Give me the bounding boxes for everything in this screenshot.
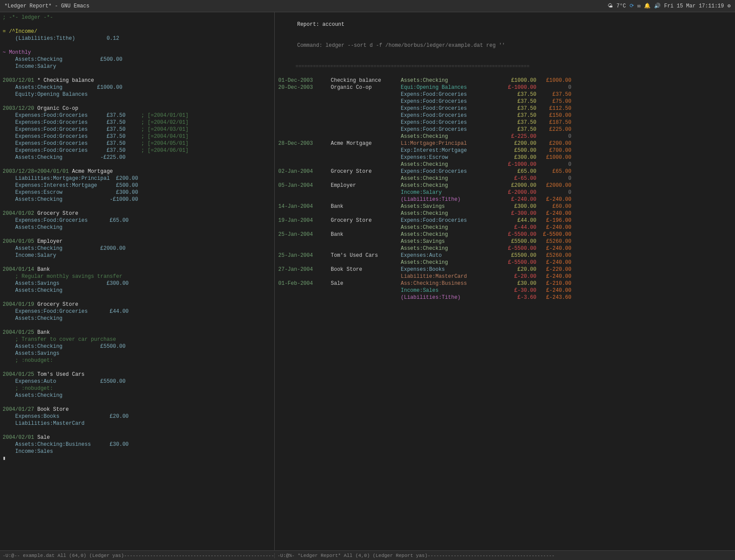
- report-date: 01-Dec-2003: [278, 77, 331, 84]
- left-pane-line: [3, 21, 272, 28]
- left-pane-line: Assets:Checking -£1000.00: [3, 196, 272, 203]
- report-account: Assets:Checking: [401, 182, 501, 189]
- report-row: 19-Jan-2004 Grocery StoreExpens:Food:Gro…: [278, 217, 732, 224]
- report-running-total: £-240.00: [536, 210, 571, 217]
- report-account: Ass:Checking:Business: [401, 280, 501, 287]
- report-date: 20-Dec-2003: [278, 84, 331, 91]
- report-date: [278, 273, 331, 280]
- left-pane-line: [3, 42, 272, 49]
- left-pane-line: Expenses:Food:Groceries £65.00: [3, 217, 272, 224]
- left-pane-line: [3, 231, 272, 238]
- report-running-total: £37.50: [536, 91, 571, 98]
- report-desc: Sale: [331, 280, 401, 287]
- left-pane-line: 2003/12/01 * Checking balance: [3, 77, 272, 84]
- report-amount: £1000.00: [501, 77, 536, 84]
- left-pane-line: 2004/01/25 Bank: [3, 329, 272, 336]
- report-running-total: £112.50: [536, 105, 571, 112]
- report-running-total: £75.00: [536, 98, 571, 105]
- report-account: Expens:Food:Groceries: [401, 126, 501, 133]
- report-running-total: £-240.00: [536, 273, 571, 280]
- left-pane-line: 2004/01/02 Grocery Store: [3, 210, 272, 217]
- left-pane-line: 2004/01/25 Tom's Used Cars: [3, 371, 272, 378]
- report-account: Assets:Savings: [401, 238, 501, 245]
- report-row: Liabilitie:MasterCard£-20.00£-240.00: [278, 273, 732, 280]
- left-pane-line: 2004/02/01 Sale: [3, 434, 272, 441]
- report-desc: [331, 154, 401, 161]
- left-pane-line: [3, 70, 272, 77]
- report-running-total: £5260.00: [536, 252, 571, 259]
- report-row: Income:Sales£-30.00£-240.00: [278, 287, 732, 294]
- report-row: 28-Dec-2003 Acme MortgageLi:Mortgage:Pri…: [278, 140, 732, 147]
- mail-icon[interactable]: ✉: [637, 3, 640, 9]
- report-amount: £37.50: [501, 112, 536, 119]
- report-row: Income:Salary£-2000.000: [278, 189, 732, 196]
- report-desc: [331, 175, 401, 182]
- report-account: Income:Sales: [401, 287, 501, 294]
- report-desc: Bank: [331, 231, 401, 238]
- report-date: [278, 147, 331, 154]
- left-pane-line: 2004/01/14 Bank: [3, 266, 272, 273]
- report-date: 25-Jan-2004: [278, 252, 331, 259]
- report-date: 25-Jan-2004: [278, 231, 331, 238]
- report-date: [278, 196, 331, 203]
- report-amount: £37.50: [501, 98, 536, 105]
- report-running-total: £2000.00: [536, 182, 571, 189]
- right-report-pane[interactable]: Report: account Command: ledger --sort d…: [275, 12, 735, 550]
- report-desc: [331, 224, 401, 231]
- weather-icon: 🌤: [608, 3, 613, 9]
- report-amount: £44.00: [501, 217, 536, 224]
- report-account: Assets:Checking: [401, 245, 501, 252]
- report-date: [278, 105, 331, 112]
- report-account: Expens:Food:Groceries: [401, 168, 501, 175]
- report-desc: Employer: [331, 182, 401, 189]
- report-account: Expenses:Books: [401, 266, 501, 273]
- report-amount: £-20.00: [501, 273, 536, 280]
- report-amount: £-65.00: [501, 175, 536, 182]
- report-account: (Liabilities:Tithe): [401, 294, 501, 301]
- left-pane-line: Liabilities:MasterCard: [3, 420, 272, 427]
- left-pane-line: Liabilities:Mortgage:Principal £200.00: [3, 175, 272, 182]
- refresh-icon[interactable]: ⟳: [630, 3, 634, 9]
- report-account: Assets:Checking: [401, 210, 501, 217]
- report-amount: £500.00: [501, 147, 536, 154]
- report-desc: Grocery Store: [331, 217, 401, 224]
- report-date: 05-Jan-2004: [278, 182, 331, 189]
- report-amount: £-2000.00: [501, 189, 536, 196]
- left-pane-line: [3, 322, 272, 329]
- report-account: Assets:Checking: [401, 161, 501, 168]
- report-date: [278, 175, 331, 182]
- titlebar-right: 🌤 7°C ⟳ ✉ 🔔 🔊 Fri 15 Mar 17:11:19 ⚙: [608, 3, 731, 9]
- report-date: [278, 245, 331, 252]
- report-running-total: £5260.00: [536, 238, 571, 245]
- report-date: [278, 238, 331, 245]
- left-pane-line: Assets:Savings: [3, 350, 272, 357]
- left-pane-line: [3, 364, 272, 371]
- left-pane-line: ; :nobudget:: [3, 357, 272, 364]
- left-pane-line: Assets:Checking £500.00: [3, 56, 272, 63]
- left-pane-line: [3, 98, 272, 105]
- left-pane-line: Assets:Checking £5500.00: [3, 343, 272, 350]
- report-amount: £-225.00: [501, 133, 536, 140]
- left-pane-line: Assets:Checking: [3, 224, 272, 231]
- settings-icon[interactable]: ⚙: [728, 3, 731, 9]
- left-pane-line: [3, 259, 272, 266]
- report-row: 25-Jan-2004 BankAssets:Checking£-5500.00…: [278, 231, 732, 238]
- left-pane-line: Equity:Opening Balances: [3, 91, 272, 98]
- report-running-total: £-240.00: [536, 245, 571, 252]
- left-editor-pane[interactable]: ; -*- ledger -*- = /^Income/ (Liabilitie…: [0, 12, 275, 550]
- report-desc: [331, 119, 401, 126]
- report-amount: £300.00: [501, 203, 536, 210]
- volume-icon[interactable]: 🔊: [654, 3, 661, 9]
- report-row: Assets:Checking£-5500.00£-240.00: [278, 245, 732, 252]
- left-pane-line: (Liabilities:Tithe) 0.12: [3, 35, 272, 42]
- report-row: 20-Dec-2003 Organic Co-opEqui:Opening Ba…: [278, 84, 732, 91]
- left-pane-line: ; Transfer to cover car purchase: [3, 336, 272, 343]
- left-pane-line: Expenses:Food:Groceries £37.50 ; [=2004/…: [3, 140, 272, 147]
- report-date: [278, 91, 331, 98]
- left-pane-line: Assets:Checking:Business £30.00: [3, 441, 272, 448]
- statusbar: -U:@-- example.dat All (64,0) (Ledger ya…: [0, 550, 735, 560]
- report-desc: [331, 210, 401, 217]
- report-desc: [331, 259, 401, 266]
- left-pane-line: Expenses:Escrow £300.00: [3, 189, 272, 196]
- left-pane-line: Assets:Checking: [3, 392, 272, 399]
